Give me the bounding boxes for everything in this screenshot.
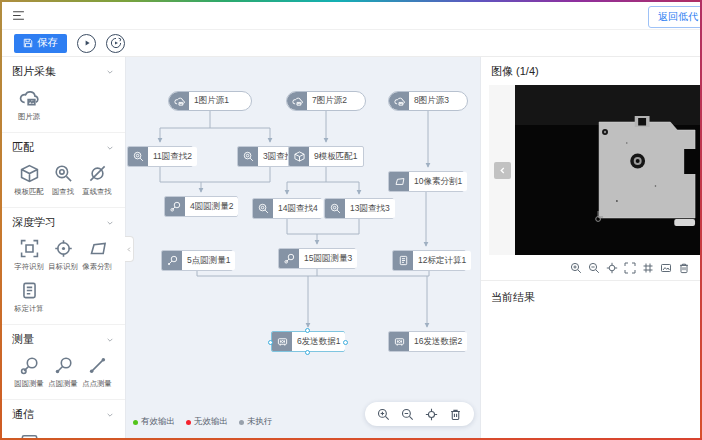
measure-point-circle-icon [162, 251, 182, 270]
chevron-left-icon [125, 245, 133, 254]
palette-item-template-match[interactable]: 模板匹配 [12, 164, 46, 197]
back-to-lowcode-button[interactable]: 返回低代 [648, 6, 700, 28]
chevron-down-icon[interactable] [105, 143, 115, 153]
node-14-circle-find[interactable]: 14圆查找4 [252, 198, 322, 219]
gray-dot [239, 420, 244, 425]
section-header-measure[interactable]: 测量 [12, 332, 115, 347]
node-6-send-data[interactable]: 6发送数据1 [271, 331, 345, 352]
node-4-circle-circle-measure[interactable]: 4圆圆测量2 [164, 196, 238, 217]
zoom-out-icon[interactable] [401, 408, 414, 421]
run-once-button[interactable] [106, 34, 125, 53]
image-panel-title: 图像 (1/4) [481, 57, 700, 85]
node-7-image-source[interactable]: 7图片源2 [286, 91, 366, 111]
zoom-out-icon[interactable] [588, 262, 600, 274]
section-title: 通信 [12, 407, 34, 422]
sidebar-collapse-handle[interactable] [125, 236, 134, 262]
red-dot [186, 420, 191, 425]
chevron-down-icon[interactable] [105, 67, 115, 77]
cloud-image-icon [19, 88, 39, 108]
capture-border-top [0, 0, 702, 2]
palette-item-calibration-calc[interactable]: 标定计算 [12, 281, 46, 314]
circle-search-icon [128, 147, 148, 166]
section-title: 测量 [12, 332, 34, 347]
port-left[interactable] [268, 340, 273, 345]
document-icon [20, 281, 39, 300]
node-11-circle-find[interactable]: 11圆查找2 [127, 146, 193, 167]
menu-icon[interactable] [12, 9, 25, 22]
node-10-pixel-segment[interactable]: 10像素分割1 [388, 171, 464, 192]
capture-border-left [0, 0, 2, 440]
node-1-image-source[interactable]: 1图片源1 [168, 91, 252, 111]
palette-item-line-find[interactable]: 直线查找 [80, 164, 114, 197]
locate-icon[interactable] [606, 262, 618, 274]
palette-item-circle-find[interactable]: 圆查找 [46, 164, 80, 197]
node-8-image-source[interactable]: 8图片源3 [388, 91, 468, 111]
camera-image[interactable] [515, 85, 700, 255]
run-button[interactable] [77, 34, 96, 53]
node-16-send-data[interactable]: 16发送数据2 [388, 331, 466, 352]
node-12-calibration-calc[interactable]: 12标定计算1 [392, 250, 466, 271]
status-legend: 有效输出 无效输出 未执行 [133, 416, 273, 428]
section-header-deep-learning[interactable]: 深度学习 [12, 215, 115, 230]
section-title: 匹配 [12, 140, 34, 155]
grid-icon[interactable] [642, 262, 654, 274]
chevron-down-icon[interactable] [105, 335, 115, 345]
chevron-left-icon [497, 165, 508, 176]
section-image-capture: 图片采集 图片源 [2, 57, 125, 133]
green-dot [133, 420, 138, 425]
circle-search-icon [238, 147, 258, 166]
legend-valid-output: 有效输出 [133, 416, 175, 428]
polygon-icon [389, 172, 409, 191]
palette-item-point-circle-measure[interactable]: 点圆测量 [46, 356, 80, 389]
chevron-down-icon[interactable] [105, 410, 115, 420]
cube-icon [289, 147, 309, 166]
trash-icon[interactable] [449, 408, 462, 421]
top-bar: 返回低代 [2, 2, 700, 30]
flow-canvas[interactable]: 1图片源1 7图片源2 8图片源3 11圆查找2 3圆查找1 [126, 57, 480, 438]
save-button[interactable]: 保存 [14, 34, 67, 53]
palette-item-circle-circle-measure[interactable]: 圆圆测量 [12, 356, 46, 389]
zoom-in-icon[interactable] [570, 262, 582, 274]
play-icon [81, 37, 93, 49]
section-header-communication[interactable]: 通信 [12, 407, 115, 422]
port-right[interactable] [343, 340, 348, 345]
image-result-panel: 图像 (1/4) [480, 57, 700, 438]
port-top[interactable] [305, 328, 310, 333]
protocol-icon [272, 332, 292, 351]
palette-item-pixel-segment[interactable]: 像素分割 [80, 239, 114, 272]
document-icon [393, 251, 413, 270]
play-loop-icon [110, 37, 122, 49]
protocol-icon [20, 431, 39, 438]
target-icon [54, 239, 73, 258]
save-label: 保存 [37, 36, 58, 50]
section-header-image-capture[interactable]: 图片采集 [12, 64, 115, 79]
section-header-matching[interactable]: 匹配 [12, 140, 115, 155]
node-5-point-circle-measure[interactable]: 5点圆测量1 [161, 250, 233, 271]
palette-item-image-source[interactable]: 图片源 [12, 88, 46, 122]
node-15-circle-circle-measure[interactable]: 15圆圆测量3 [278, 248, 356, 269]
fullscreen-icon[interactable] [624, 262, 636, 274]
locate-icon[interactable] [425, 408, 438, 421]
section-title: 深度学习 [12, 215, 56, 230]
node-9-template-match[interactable]: 9模板匹配1 [288, 146, 364, 167]
trash-icon[interactable] [678, 262, 690, 274]
palette-item-ocr[interactable]: 字符识别 [12, 239, 46, 272]
palette-item-object-detect[interactable]: 目标识别 [46, 239, 80, 272]
node-13-circle-find[interactable]: 13圆查找3 [324, 198, 394, 219]
fit-image-icon[interactable] [660, 262, 672, 274]
save-icon [23, 38, 33, 48]
section-title: 图片采集 [12, 64, 56, 79]
section-matching: 匹配 模板匹配 圆查找 直 [2, 133, 125, 208]
protocol-icon [389, 332, 409, 351]
zoom-in-icon[interactable] [377, 408, 390, 421]
legend-not-executed: 未执行 [239, 416, 273, 428]
run-toolbar: 保存 [2, 30, 700, 57]
image-toolbar [481, 255, 700, 281]
palette-item-point-point-measure[interactable]: 点点测量 [80, 356, 114, 389]
port-bottom[interactable] [305, 350, 310, 355]
chevron-down-icon[interactable] [105, 218, 115, 228]
palette-item-send-data[interactable] [12, 431, 46, 438]
cube-icon [20, 164, 39, 183]
prev-image-button[interactable] [494, 162, 511, 179]
section-deep-learning: 深度学习 字符识别 目标识别 [2, 208, 125, 325]
